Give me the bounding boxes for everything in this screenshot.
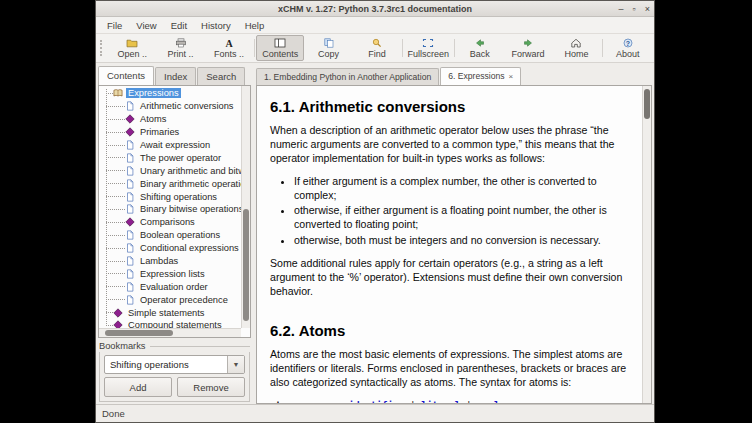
sidebar-tab-index[interactable]: Index xyxy=(155,67,196,85)
document-tab-6-expressions[interactable]: 6. Expressions× xyxy=(440,67,521,85)
document-tabs: 1. Embedding Python in Another Applicati… xyxy=(256,65,652,85)
toolbar-button-fullscreen[interactable]: Fullscreen xyxy=(404,35,452,61)
tree-connector xyxy=(106,235,125,236)
sidebar-tab-contents[interactable]: Contents xyxy=(98,66,154,85)
tree-item-unary-arithmetic-and-bitwis[interactable]: Unary arithmetic and bitwis xyxy=(99,164,241,177)
diamond-icon xyxy=(113,308,123,318)
tree-item-the-power-operator[interactable]: The power operator xyxy=(99,151,241,164)
tree-horizontal-scrollbar[interactable] xyxy=(99,328,241,337)
tree-item-shifting-operations[interactable]: Shifting operations xyxy=(99,190,241,203)
titlebar[interactable]: xCHM v. 1.27: Python 3.7.3rc1 documentat… xyxy=(96,1,654,17)
contents-panel-icon xyxy=(274,37,286,48)
copy-icon xyxy=(323,37,335,48)
toolbar-button-fonts[interactable]: AFonts .. xyxy=(205,35,253,61)
toolbar-separator xyxy=(402,39,403,57)
back-arrow-icon xyxy=(474,37,486,48)
tree-vscroll-thumb[interactable] xyxy=(243,209,249,320)
page-icon xyxy=(125,179,135,189)
section-61-outro: Some additional rules apply for certain … xyxy=(270,257,630,299)
menubar: FileViewEditHistoryHelp xyxy=(96,17,654,34)
tree-item-conditional-expressions[interactable]: Conditional expressions xyxy=(99,242,241,255)
page-icon xyxy=(125,295,135,305)
tree-item-binary-arithmetic-operation[interactable]: Binary arithmetic operation xyxy=(99,177,241,190)
bullet-item: otherwise, if either argument is a float… xyxy=(294,204,630,232)
toolbar-button-about[interactable]: ?About xyxy=(604,35,652,61)
tree-item-expressions[interactable]: Expressions xyxy=(99,87,241,100)
tree-vertical-scrollbar[interactable] xyxy=(241,86,250,328)
toolbar-button-contents[interactable]: Contents xyxy=(256,35,304,61)
contents-tree-panel: ExpressionsArithmetic conversionsAtomsPr… xyxy=(98,85,251,338)
bookmark-remove-button[interactable]: Remove xyxy=(177,377,245,397)
close-icon[interactable]: × xyxy=(645,1,650,17)
tree-connector xyxy=(106,261,125,262)
diamond-icon xyxy=(125,127,135,137)
tree-item-label: Shifting operations xyxy=(138,192,219,202)
tree-item-comparisons[interactable]: Comparisons xyxy=(99,216,241,229)
book-icon xyxy=(113,88,123,98)
tree-item-evaluation-order[interactable]: Evaluation order xyxy=(99,280,241,293)
document-vertical-scrollbar[interactable] xyxy=(642,86,651,403)
toolbar-drag-handle[interactable] xyxy=(100,40,105,56)
grammar-link-identifier[interactable]: identifier xyxy=(348,399,404,403)
tree-item-operator-precedence[interactable]: Operator precedence xyxy=(99,293,241,306)
toolbar-button-find[interactable]: Find xyxy=(353,35,401,61)
toolbar-button-home[interactable]: Home xyxy=(552,35,600,61)
menu-help[interactable]: Help xyxy=(238,17,272,34)
tab-close-icon[interactable]: × xyxy=(509,72,514,81)
tree-connector xyxy=(106,248,125,249)
tree-connector xyxy=(106,273,125,274)
diamond-icon xyxy=(125,114,135,124)
tree-item-arithmetic-conversions[interactable]: Arithmetic conversions xyxy=(99,100,241,113)
document-tab-label: 6. Expressions xyxy=(448,71,504,81)
tree-item-label: Arithmetic conversions xyxy=(138,101,236,111)
toolbar-button-forward[interactable]: Forward xyxy=(504,35,552,61)
document-body: 6.1. Arithmetic conversions When a descr… xyxy=(256,85,652,404)
tree-guide-line xyxy=(106,89,107,326)
toolbar-button-open[interactable]: Open .. xyxy=(108,35,156,61)
tree-item-lambdas[interactable]: Lambdas xyxy=(99,255,241,268)
sidebar: ContentsIndexSearch ExpressionsArithmeti… xyxy=(96,63,253,404)
toolbar-button-label: Print .. xyxy=(168,49,194,59)
bookmarks-combobox[interactable]: Shifting operations ▼ xyxy=(104,355,245,374)
fullscreen-icon xyxy=(422,37,434,48)
toolbar-button-print[interactable]: Print .. xyxy=(156,35,204,61)
tree-item-binary-bitwise-operations[interactable]: Binary bitwise operations xyxy=(99,203,241,216)
tree-item-boolean-operations[interactable]: Boolean operations xyxy=(99,229,241,242)
menu-file[interactable]: File xyxy=(100,17,129,34)
tree-connector xyxy=(106,299,125,300)
sidebar-tabs: ContentsIndexSearch xyxy=(98,65,251,85)
tree-hscroll-thumb[interactable] xyxy=(105,330,173,336)
grammar-link-literal[interactable]: literal xyxy=(421,399,460,403)
toolbar-button-label: Fonts .. xyxy=(214,49,244,59)
grammar-link-enclosure[interactable]: enclosure xyxy=(477,399,527,403)
tree-item-atoms[interactable]: Atoms xyxy=(99,113,241,126)
document-tab-1-embedding-python-in-another-application[interactable]: 1. Embedding Python in Another Applicati… xyxy=(256,68,439,85)
section-heading-61: 6.1. Arithmetic conversions xyxy=(270,98,630,115)
tree-item-compound-statements[interactable]: Compound statements xyxy=(99,319,241,328)
toolbar-button-label: Forward xyxy=(512,49,545,59)
toolbar-button-back[interactable]: Back xyxy=(456,35,504,61)
open-folder-icon xyxy=(126,37,138,48)
toolbar-button-copy[interactable]: Copy xyxy=(304,35,352,61)
tree-item-label: Binary arithmetic operation xyxy=(138,179,241,189)
page-icon xyxy=(125,166,135,176)
chevron-down-icon[interactable]: ▼ xyxy=(227,356,244,373)
sidebar-tab-search[interactable]: Search xyxy=(197,67,245,85)
tree-item-primaries[interactable]: Primaries xyxy=(99,126,241,139)
tree-connector xyxy=(106,222,125,223)
menu-edit[interactable]: Edit xyxy=(164,17,194,34)
tree-item-label: Primaries xyxy=(138,127,181,137)
tree-item-await-expression[interactable]: Await expression xyxy=(99,139,241,152)
atom-grammar-block: atom ::= identifier | literal | enclosur… xyxy=(270,399,630,403)
maximize-icon[interactable]: ▫ xyxy=(633,1,636,17)
tree-item-simple-statements[interactable]: Simple statements xyxy=(99,306,241,319)
tree-item-expression-lists[interactable]: Expression lists xyxy=(99,267,241,280)
minimize-icon[interactable]: – xyxy=(619,1,624,17)
bookmark-add-button[interactable]: Add xyxy=(104,377,172,397)
document-vscroll-thumb[interactable] xyxy=(644,89,650,119)
tree-item-label: Expression lists xyxy=(138,269,207,279)
tree-connector xyxy=(106,157,125,158)
tree-connector xyxy=(106,93,113,94)
menu-history[interactable]: History xyxy=(194,17,238,34)
menu-view[interactable]: View xyxy=(129,17,163,34)
